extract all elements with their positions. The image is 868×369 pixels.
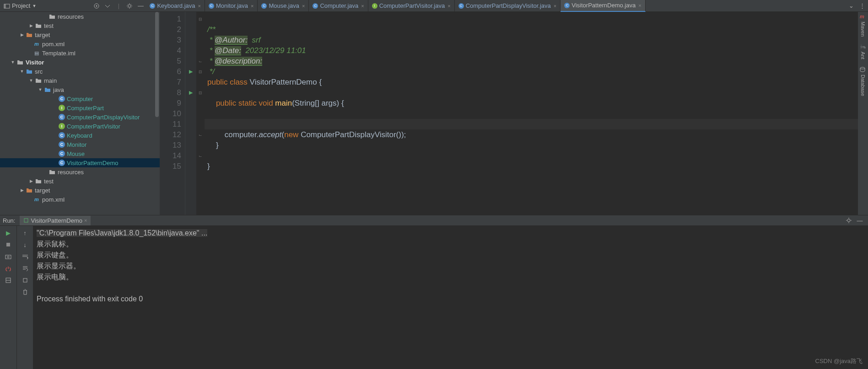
code-editor[interactable]: 123456789101112131415 ▶ ▶ ⊟⌙⊟⊟⌙⌙ /** * @… xyxy=(160,12,868,215)
minimize-icon[interactable]: — xyxy=(856,216,864,225)
tree-node[interactable]: CMonitor xyxy=(0,140,160,149)
tree-label: test xyxy=(44,22,54,29)
rerun-icon[interactable]: ▶ xyxy=(4,229,12,237)
folder-icon xyxy=(49,168,56,176)
close-icon[interactable]: × xyxy=(84,218,87,223)
line-number: 10 xyxy=(160,108,181,119)
run-tab[interactable]: VisitorPatternDemo × xyxy=(20,216,91,225)
minimize-icon[interactable]: — xyxy=(136,2,145,10)
tree-label: Keyboard xyxy=(67,132,92,139)
doc-tag: @Author: xyxy=(215,36,248,45)
gear-icon[interactable] xyxy=(125,2,134,10)
tree-twisty[interactable]: ▶ xyxy=(18,188,26,193)
tree-twisty[interactable]: ▼ xyxy=(18,69,26,74)
cls-icon: C xyxy=(59,132,65,139)
run-gutter-icon[interactable]: ▶ xyxy=(189,90,193,96)
editor-tab[interactable]: CKeyboard.java× xyxy=(146,0,205,12)
exit-icon[interactable] xyxy=(4,264,12,273)
tabs-more-icon[interactable]: ⋮ xyxy=(857,2,868,9)
console-line: 展示鼠标。 xyxy=(37,239,864,250)
close-icon[interactable]: × xyxy=(638,3,641,8)
tree-node[interactable]: IComputerPart xyxy=(0,103,160,112)
tree-twisty[interactable]: ▶ xyxy=(27,23,35,28)
tree-node[interactable]: CComputer xyxy=(0,94,160,103)
tree-node[interactable]: ▶target xyxy=(0,30,160,39)
maven-tool-button[interactable]: mMaven xyxy=(860,14,866,37)
tree-node[interactable]: ▼main xyxy=(0,76,160,85)
tree-twisty[interactable]: ▶ xyxy=(18,32,26,37)
line-number: 4 xyxy=(160,45,181,56)
folder-b-icon xyxy=(44,86,51,93)
tabs-dropdown-icon[interactable]: ⌄ xyxy=(846,2,857,9)
down-icon[interactable]: ↓ xyxy=(21,241,29,249)
tree-node[interactable]: ▼java xyxy=(0,85,160,94)
scrollbar-vertical[interactable] xyxy=(155,12,159,117)
target-icon[interactable] xyxy=(92,2,101,10)
svg-rect-9 xyxy=(5,255,11,259)
snapshot-icon[interactable] xyxy=(4,252,12,261)
project-sidebar[interactable]: resources▶test▶targetmpom.xml▤Template.i… xyxy=(0,12,160,215)
tree-node[interactable]: ▶test xyxy=(0,21,160,30)
tree-label: resources xyxy=(58,13,84,20)
up-icon[interactable]: ↑ xyxy=(21,229,29,237)
tree-node[interactable]: CKeyboard xyxy=(0,131,160,140)
close-icon[interactable]: × xyxy=(302,3,305,9)
close-icon[interactable]: × xyxy=(554,3,556,9)
gear-icon[interactable] xyxy=(845,216,853,225)
ant-tool-button[interactable]: 🐜Ant xyxy=(860,44,866,59)
console-line: "C:\Program Files\Java\jdk1.8.0_152\bin\… xyxy=(37,228,864,239)
svg-rect-6 xyxy=(24,219,28,222)
tree-node[interactable]: resources xyxy=(0,12,160,21)
tree-node[interactable]: ▶target xyxy=(0,186,160,195)
print-icon[interactable] xyxy=(21,276,29,284)
tree-node[interactable]: ▼Visitor xyxy=(0,58,160,67)
tab-label: Monitor.java xyxy=(216,2,248,9)
expand-icon[interactable] xyxy=(103,2,112,10)
run-config-icon xyxy=(23,218,29,223)
tree-node[interactable]: ▤Template.iml xyxy=(0,48,160,58)
close-icon[interactable]: × xyxy=(198,3,201,9)
editor-tab[interactable]: CVisitorPatternDemo.java× xyxy=(561,0,645,12)
trash-icon[interactable] xyxy=(21,288,29,296)
scroll-end-icon[interactable] xyxy=(21,264,29,273)
editor-tab[interactable]: CComputer.java× xyxy=(309,0,368,12)
line-number: 6 xyxy=(160,66,181,77)
editor-tab[interactable]: IComputerPartVisitor.java× xyxy=(368,0,455,12)
editor-tab[interactable]: CMouse.java× xyxy=(258,0,309,12)
editor-tab[interactable]: CMonitor.java× xyxy=(205,0,258,12)
line-number: 11 xyxy=(160,119,181,129)
close-icon[interactable]: × xyxy=(251,3,253,9)
top-bar: Project ▼ | — CKeyboard.java×CMonitor.ja… xyxy=(0,0,868,12)
project-tool-button[interactable]: Project ▼ xyxy=(0,0,40,11)
tree-node[interactable]: CMouse xyxy=(0,149,160,158)
console-line: 展示显示器。 xyxy=(37,261,864,272)
project-icon xyxy=(4,3,10,9)
tree-node[interactable]: mpom.xml xyxy=(0,195,160,204)
layout-icon[interactable] xyxy=(4,276,12,284)
tree-twisty[interactable]: ▼ xyxy=(27,78,35,83)
tree-node[interactable]: ▼src xyxy=(0,67,160,76)
tree-label: test xyxy=(44,178,54,185)
tab-label: ComputerPartVisitor.java xyxy=(379,2,445,9)
database-tool-button[interactable]: Database xyxy=(860,67,866,96)
tree-node[interactable]: IComputerPartVisitor xyxy=(0,122,160,131)
tree-node[interactable]: CVisitorPatternDemo xyxy=(0,158,160,167)
run-gutter-icon[interactable]: ▶ xyxy=(189,69,193,75)
tree-twisty[interactable]: ▼ xyxy=(37,87,44,92)
tree-node[interactable]: resources xyxy=(0,167,160,176)
editor-tab[interactable]: CComputerPartDisplayVisitor.java× xyxy=(455,0,561,12)
tree-label: Monitor xyxy=(67,141,86,148)
tree-node[interactable]: ▶test xyxy=(0,176,160,186)
tree-twisty[interactable]: ▶ xyxy=(27,179,35,183)
tree-node[interactable]: CComputerPartDisplayVisitor xyxy=(0,112,160,122)
close-icon[interactable]: × xyxy=(361,3,364,9)
console-output[interactable]: "C:\Program Files\Java\jdk1.8.0_152\bin\… xyxy=(33,226,868,369)
gutter-fold: ⊟⌙⊟⊟⌙⌙ xyxy=(196,12,205,215)
stop-icon[interactable] xyxy=(4,241,12,249)
close-icon[interactable]: × xyxy=(447,3,450,9)
tree-node[interactable]: mpom.xml xyxy=(0,39,160,48)
code-body[interactable]: /** * @Author: srf * @Date: 2023/12/29 1… xyxy=(205,12,868,215)
folder-icon xyxy=(35,77,42,84)
soft-wrap-icon[interactable] xyxy=(21,252,29,261)
tree-twisty[interactable]: ▼ xyxy=(9,60,16,64)
